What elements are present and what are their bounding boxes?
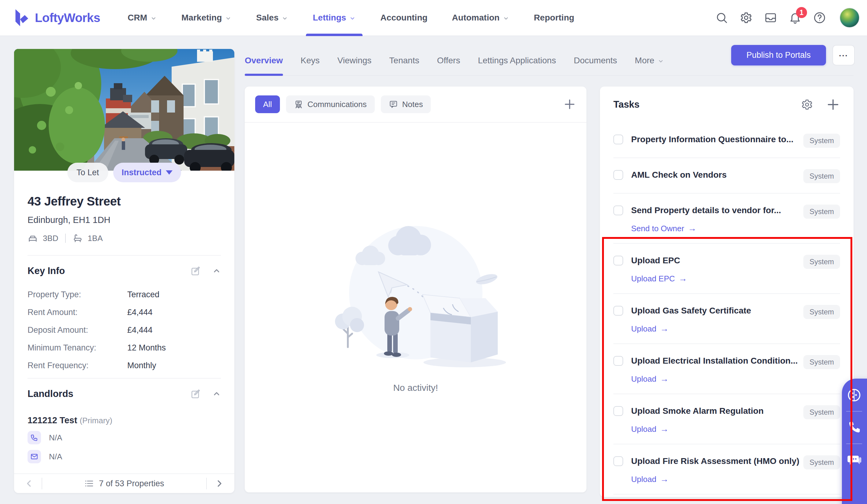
nav-item[interactable]: Sales [246, 0, 298, 35]
task-row: Upload Electrical Installation Condition… [613, 344, 840, 394]
key-info-value: £4,444 [127, 308, 153, 317]
empty-state-illustration [300, 216, 532, 375]
task-action-link[interactable]: Upload EPC → [631, 274, 840, 283]
arrow-right-icon: → [678, 274, 687, 283]
task-checkbox[interactable] [613, 406, 623, 416]
inbox-icon[interactable] [764, 11, 777, 24]
key-info-value: 12 Months [127, 343, 166, 353]
tab[interactable]: More [635, 46, 664, 75]
landlord-email-row: N/A [28, 450, 221, 463]
task-title: Upload Fire Risk Assessment (HMO only) [631, 455, 803, 467]
key-info-row: Deposit Amount: £4,444 [28, 325, 221, 335]
nav-item[interactable]: Automation [442, 0, 519, 35]
task-checkbox[interactable] [613, 306, 623, 315]
overflow-menu-button[interactable]: ... [833, 45, 855, 65]
task-row: AML Check on Vendors System [613, 158, 840, 194]
search-icon[interactable] [715, 11, 728, 24]
divider [28, 378, 221, 379]
key-info-header: Key Info [28, 266, 221, 277]
nav-item[interactable]: CRM [118, 0, 167, 35]
activity-feed-card: All Communications Notes [245, 87, 587, 492]
activity-filter[interactable]: Communications [286, 95, 375, 113]
tab[interactable]: Keys [301, 46, 320, 75]
tab[interactable]: Overview [245, 46, 283, 75]
task-row: Send Property details to vendor for... S… [613, 194, 840, 244]
tasks-panel: Tasks Property Information Questionnaire… [600, 87, 854, 497]
publish-to-portals-button[interactable]: Publish to Portals [731, 45, 826, 65]
add-task-icon[interactable] [826, 98, 840, 111]
task-row: Upload Fire Risk Assessment (HMO only) S… [613, 444, 840, 494]
key-info-label: Rent Amount: [28, 308, 127, 317]
task-title: Upload Electrical Installation Condition… [631, 355, 803, 367]
task-row: Upload EPC System Upload EPC → [613, 244, 840, 294]
activity-filter[interactable]: Notes [381, 95, 431, 113]
task-checkbox[interactable] [613, 256, 623, 266]
key-info-list: Property Type: Terraced Rent Amount: £4,… [28, 289, 221, 371]
chevron-up-icon[interactable] [212, 267, 221, 275]
dropdown-triangle-icon [166, 170, 173, 175]
nav-item[interactable]: Lettings [303, 0, 366, 35]
assistant-logo-icon[interactable] [846, 387, 862, 403]
status-pill-to-let[interactable]: To Let [67, 163, 108, 182]
landlord-email-value: N/A [49, 452, 62, 461]
task-source-badge: System [803, 305, 840, 319]
edit-pencil-icon[interactable] [190, 266, 201, 277]
task-action-link[interactable]: Upload → [631, 324, 840, 334]
task-checkbox[interactable] [613, 205, 623, 215]
tasks-settings-gear-icon[interactable] [801, 98, 813, 111]
tab[interactable]: Tenants [389, 46, 419, 75]
task-action-link[interactable]: Upload → [631, 374, 840, 384]
settings-gear-icon[interactable] [740, 11, 752, 24]
pagination-separator [206, 478, 207, 489]
edit-pencil-icon[interactable] [190, 388, 201, 399]
stage-pill-instructed[interactable]: Instructed [113, 163, 181, 182]
landlord-name[interactable]: 121212 Test (Primary) [28, 415, 221, 426]
note-icon [389, 100, 398, 109]
nav-item[interactable]: Accounting [371, 0, 437, 35]
arrow-right-icon: → [660, 474, 668, 484]
task-action-link[interactable]: Upload → [631, 424, 840, 434]
tab[interactable]: Lettings Applications [478, 46, 556, 75]
task-checkbox[interactable] [613, 170, 623, 180]
property-title: 43 Jeffrey Street [28, 194, 221, 208]
tab[interactable]: Offers [437, 46, 460, 75]
notifications-bell-icon[interactable]: 1 [789, 11, 802, 24]
tab[interactable]: Documents [574, 46, 617, 75]
user-avatar[interactable] [839, 8, 860, 28]
pagination-separator [42, 478, 42, 489]
chat-bubble-icon[interactable] [846, 452, 862, 468]
widget-divider [846, 411, 862, 412]
previous-property-icon[interactable] [24, 479, 34, 488]
key-info-value: Terraced [127, 290, 159, 299]
task-title: Upload Gas Safety Certificate [631, 305, 803, 317]
task-row: Upload Portable Appliance Testing (PAT) … [613, 494, 840, 497]
chevron-up-icon[interactable] [212, 390, 221, 398]
task-title: Property Information Questionnaire to... [631, 133, 803, 145]
task-checkbox[interactable] [613, 456, 623, 466]
nav-item[interactable]: Marketing [172, 0, 242, 35]
bed-icon [28, 233, 38, 244]
task-checkbox[interactable] [613, 135, 623, 144]
task-source-badge: System [803, 169, 840, 183]
chevron-down-icon [225, 15, 232, 22]
mail-icon[interactable] [28, 450, 41, 463]
task-source-badge: System [803, 133, 840, 148]
next-property-icon[interactable] [215, 479, 224, 488]
task-source-badge: System [803, 455, 840, 470]
tasks-title: Tasks [613, 99, 640, 110]
tab[interactable]: Viewings [338, 46, 372, 75]
task-checkbox[interactable] [613, 356, 623, 366]
phone-icon[interactable] [28, 431, 41, 444]
call-phone-icon[interactable] [846, 420, 862, 436]
chevron-down-icon [281, 15, 288, 22]
help-icon[interactable] [813, 11, 826, 24]
landlord-phone-row: N/A [28, 431, 221, 444]
activity-filter[interactable]: All [255, 95, 280, 113]
task-title: Upload Smoke Alarm Regulation [631, 405, 803, 417]
key-info-title: Key Info [28, 266, 65, 277]
task-action-link[interactable]: Upload → [631, 474, 840, 484]
nav-item[interactable]: Reporting [524, 0, 584, 35]
brand-logo[interactable]: LoftyWorks [14, 9, 100, 26]
task-action-link[interactable]: Send to Owner → [631, 224, 840, 233]
add-activity-icon[interactable] [563, 98, 576, 111]
